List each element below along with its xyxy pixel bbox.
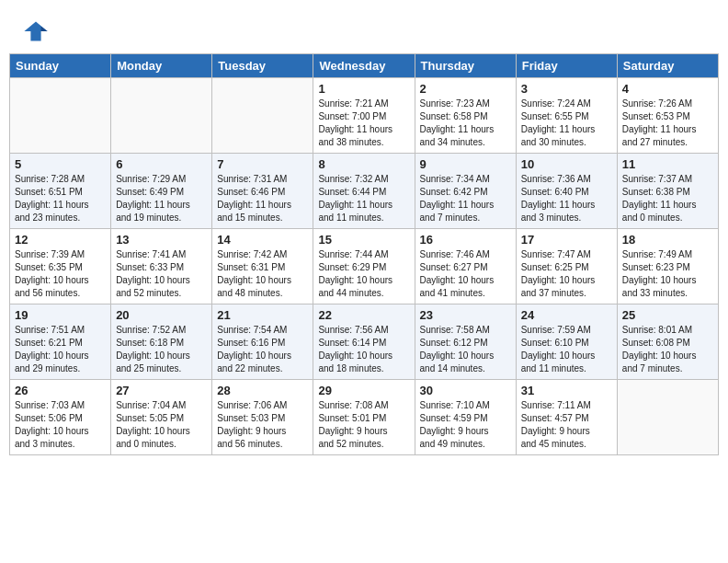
calendar-header-monday: Monday [111,54,212,78]
day-info: Sunrise: 7:26 AM Sunset: 6:53 PM Dayligh… [622,98,713,149]
day-info: Sunrise: 7:28 AM Sunset: 6:51 PM Dayligh… [15,173,106,224]
calendar-cell: 20Sunrise: 7:52 AM Sunset: 6:18 PM Dayli… [111,304,212,380]
calendar-cell: 27Sunrise: 7:04 AM Sunset: 5:05 PM Dayli… [111,380,212,455]
day-info: Sunrise: 7:06 AM Sunset: 5:03 PM Dayligh… [217,399,308,451]
calendar-week-row: 26Sunrise: 7:03 AM Sunset: 5:06 PM Dayli… [10,380,719,455]
day-number: 24 [521,308,612,322]
calendar-cell: 9Sunrise: 7:34 AM Sunset: 6:42 PM Daylig… [415,154,516,229]
calendar-cell [617,380,718,455]
day-number: 18 [622,233,713,247]
day-number: 9 [420,157,511,171]
day-info: Sunrise: 7:47 AM Sunset: 6:25 PM Dayligh… [521,248,612,300]
day-info: Sunrise: 7:44 AM Sunset: 6:29 PM Dayligh… [318,248,409,300]
calendar-cell: 7Sunrise: 7:31 AM Sunset: 6:46 PM Daylig… [212,154,313,229]
day-info: Sunrise: 7:42 AM Sunset: 6:31 PM Dayligh… [217,248,308,300]
calendar-cell: 28Sunrise: 7:06 AM Sunset: 5:03 PM Dayli… [212,380,313,455]
calendar-cell: 15Sunrise: 7:44 AM Sunset: 6:29 PM Dayli… [313,229,415,304]
day-info: Sunrise: 7:04 AM Sunset: 5:05 PM Dayligh… [116,399,207,451]
calendar-cell: 26Sunrise: 7:03 AM Sunset: 5:06 PM Dayli… [10,380,111,455]
day-number: 10 [521,157,612,171]
calendar-cell: 23Sunrise: 7:58 AM Sunset: 6:12 PM Dayli… [415,304,516,380]
calendar-cell: 24Sunrise: 7:59 AM Sunset: 6:10 PM Dayli… [516,304,617,380]
calendar-week-row: 5Sunrise: 7:28 AM Sunset: 6:51 PM Daylig… [10,154,719,229]
calendar-cell: 12Sunrise: 7:39 AM Sunset: 6:35 PM Dayli… [10,229,111,304]
calendar-cell: 22Sunrise: 7:56 AM Sunset: 6:14 PM Dayli… [313,304,415,380]
day-info: Sunrise: 7:46 AM Sunset: 6:27 PM Dayligh… [420,248,511,300]
day-number: 20 [116,308,207,322]
calendar-cell [111,78,212,154]
day-number: 8 [318,157,409,171]
calendar-cell: 19Sunrise: 7:51 AM Sunset: 6:21 PM Dayli… [10,304,111,380]
day-info: Sunrise: 7:37 AM Sunset: 6:38 PM Dayligh… [622,173,713,224]
day-number: 30 [420,384,511,397]
day-info: Sunrise: 7:41 AM Sunset: 6:33 PM Dayligh… [116,248,207,300]
day-info: Sunrise: 7:23 AM Sunset: 6:58 PM Dayligh… [420,98,511,149]
calendar-cell: 11Sunrise: 7:37 AM Sunset: 6:38 PM Dayli… [617,154,718,229]
day-info: Sunrise: 7:31 AM Sunset: 6:46 PM Dayligh… [217,173,308,224]
calendar-cell: 8Sunrise: 7:32 AM Sunset: 6:44 PM Daylig… [313,154,415,229]
day-info: Sunrise: 7:39 AM Sunset: 6:35 PM Dayligh… [15,248,106,300]
calendar-cell [212,78,313,154]
day-number: 22 [318,308,409,322]
calendar-cell: 30Sunrise: 7:10 AM Sunset: 4:59 PM Dayli… [415,380,516,455]
calendar-cell: 18Sunrise: 7:49 AM Sunset: 6:23 PM Dayli… [617,229,718,304]
day-number: 12 [15,233,106,247]
calendar-cell: 21Sunrise: 7:54 AM Sunset: 6:16 PM Dayli… [212,304,313,380]
calendar-cell: 31Sunrise: 7:11 AM Sunset: 4:57 PM Dayli… [516,380,617,455]
day-number: 13 [116,233,207,247]
day-info: Sunrise: 7:59 AM Sunset: 6:10 PM Dayligh… [521,324,612,375]
calendar-table: SundayMondayTuesdayWednesdayThursdayFrid… [9,53,719,455]
day-info: Sunrise: 7:54 AM Sunset: 6:16 PM Dayligh… [217,324,308,375]
calendar-cell: 13Sunrise: 7:41 AM Sunset: 6:33 PM Dayli… [111,229,212,304]
calendar-cell: 17Sunrise: 7:47 AM Sunset: 6:25 PM Dayli… [516,229,617,304]
day-number: 5 [15,157,106,171]
day-number: 6 [116,157,207,171]
calendar-cell [10,78,111,154]
day-info: Sunrise: 7:32 AM Sunset: 6:44 PM Dayligh… [318,173,409,224]
day-info: Sunrise: 7:36 AM Sunset: 6:40 PM Dayligh… [521,173,612,224]
calendar-cell: 4Sunrise: 7:26 AM Sunset: 6:53 PM Daylig… [617,78,718,154]
day-number: 26 [15,384,106,397]
day-number: 2 [420,82,511,96]
calendar-header-wednesday: Wednesday [313,54,415,78]
day-info: Sunrise: 7:56 AM Sunset: 6:14 PM Dayligh… [318,324,409,375]
day-number: 25 [622,308,713,322]
calendar-header-sunday: Sunday [10,54,111,78]
day-number: 28 [217,384,308,397]
day-number: 19 [15,308,106,322]
calendar-week-row: 19Sunrise: 7:51 AM Sunset: 6:21 PM Dayli… [10,304,719,380]
day-number: 11 [622,157,713,171]
calendar-cell: 25Sunrise: 8:01 AM Sunset: 6:08 PM Dayli… [617,304,718,380]
day-number: 15 [318,233,409,247]
day-info: Sunrise: 7:21 AM Sunset: 7:00 PM Dayligh… [318,98,409,149]
day-number: 4 [622,82,713,96]
day-info: Sunrise: 7:52 AM Sunset: 6:18 PM Dayligh… [116,324,207,375]
day-number: 27 [116,384,207,397]
day-info: Sunrise: 7:58 AM Sunset: 6:12 PM Dayligh… [420,324,511,375]
calendar-body: 1Sunrise: 7:21 AM Sunset: 7:00 PM Daylig… [10,78,719,455]
calendar-header-row: SundayMondayTuesdayWednesdayThursdayFrid… [10,54,719,78]
day-info: Sunrise: 7:29 AM Sunset: 6:49 PM Dayligh… [116,173,207,224]
calendar-header-saturday: Saturday [617,54,718,78]
calendar-cell: 29Sunrise: 7:08 AM Sunset: 5:01 PM Dayli… [313,380,415,455]
day-number: 7 [217,157,308,171]
calendar-cell: 14Sunrise: 7:42 AM Sunset: 6:31 PM Dayli… [212,229,313,304]
calendar-cell: 1Sunrise: 7:21 AM Sunset: 7:00 PM Daylig… [313,78,415,154]
calendar-week-row: 12Sunrise: 7:39 AM Sunset: 6:35 PM Dayli… [10,229,719,304]
calendar-cell: 10Sunrise: 7:36 AM Sunset: 6:40 PM Dayli… [516,154,617,229]
calendar-cell: 3Sunrise: 7:24 AM Sunset: 6:55 PM Daylig… [516,78,617,154]
logo-icon [23,18,49,44]
day-info: Sunrise: 7:49 AM Sunset: 6:23 PM Dayligh… [622,248,713,300]
day-number: 1 [318,82,409,96]
day-number: 21 [217,308,308,322]
day-number: 23 [420,308,511,322]
day-info: Sunrise: 7:51 AM Sunset: 6:21 PM Dayligh… [15,324,106,375]
day-number: 16 [420,233,511,247]
calendar-header-thursday: Thursday [415,54,516,78]
day-info: Sunrise: 7:08 AM Sunset: 5:01 PM Dayligh… [318,399,409,451]
day-number: 29 [318,384,409,397]
day-info: Sunrise: 7:10 AM Sunset: 4:59 PM Dayligh… [420,399,511,451]
calendar-header-tuesday: Tuesday [212,54,313,78]
logo [23,18,52,44]
day-number: 17 [521,233,612,247]
